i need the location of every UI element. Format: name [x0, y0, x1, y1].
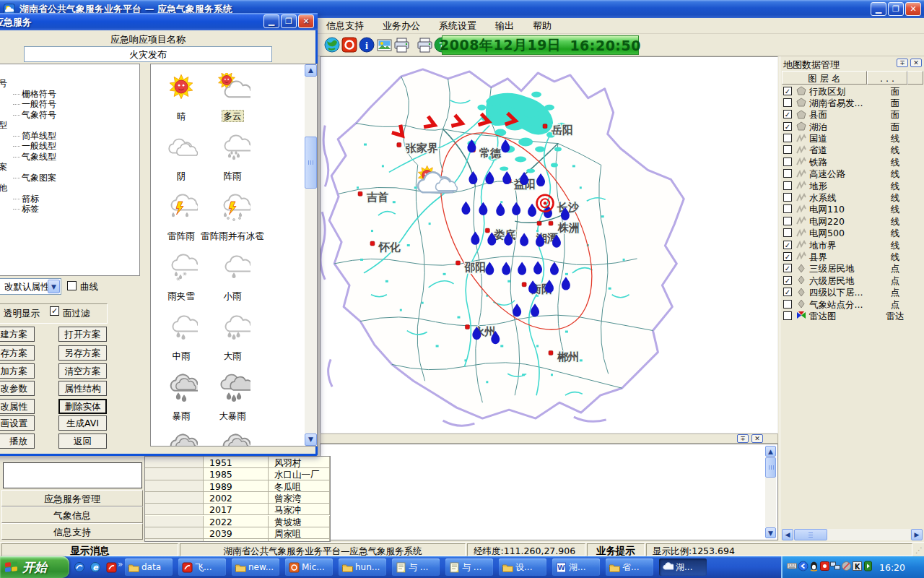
layer-row-行政区划[interactable]: ✓行政区划面 [782, 85, 923, 97]
button-改参数[interactable]: 改参数 [0, 381, 35, 396]
button-清空方案[interactable]: 清空方案 [58, 363, 107, 379]
tree-item-标签[interactable]: 标签 [13, 203, 39, 215]
task-button-10[interactable]: 湖... [659, 558, 707, 576]
start-button[interactable]: 开始 [0, 556, 69, 578]
layer-row-省道[interactable]: 省道线 [782, 144, 923, 156]
scrollbar-thumb[interactable] [794, 529, 827, 540]
weather-icon-雷阵雨并有冰雹[interactable] [217, 193, 250, 225]
globe-icon[interactable] [324, 37, 341, 53]
task-button-1[interactable]: 飞... [178, 558, 226, 576]
weather-icon-小雨[interactable] [217, 253, 250, 285]
weather-label-小雨[interactable]: 小雨 [194, 290, 271, 303]
layer-checkbox[interactable] [783, 98, 792, 107]
language-icon[interactable] [798, 561, 808, 571]
layer-row-县界[interactable]: ✓县界线 [782, 251, 923, 262]
layer-checkbox[interactable] [783, 217, 792, 225]
menu-item-1[interactable]: 业务办公 [383, 20, 420, 33]
project-name-input[interactable]: 火灾发布 [24, 46, 272, 62]
layer-row-县面[interactable]: ✓县面面 [782, 109, 923, 121]
task-button-5[interactable]: 与 ... [392, 558, 440, 576]
button-生成AVI[interactable]: 生成AVI [58, 415, 107, 431]
chevron-down-icon[interactable]: ▼ [48, 280, 60, 293]
default-attr-combo[interactable]: 改默认属性 ▼ [0, 278, 61, 295]
button-改属性[interactable]: 改属性 [0, 399, 35, 414]
nav-weather-info[interactable]: 气象信息 [1, 506, 143, 523]
weather-icon-中雨[interactable] [165, 313, 198, 345]
curve-checkbox[interactable] [67, 281, 77, 290]
task-button-8[interactable]: W湖... [552, 558, 600, 576]
close-button[interactable]: ✕ [905, 2, 921, 16]
table-row[interactable]: 1951风羽村 [145, 457, 330, 468]
weather-label-大暴雨[interactable]: 大暴雨 [194, 410, 271, 423]
layer-checkbox[interactable] [783, 300, 792, 309]
plan-listbox[interactable] [3, 462, 142, 488]
layer-checkbox[interactable]: ✓ [783, 264, 792, 272]
table-row[interactable]: 2002曾家湾 [145, 492, 330, 504]
task-button-7[interactable]: 设... [499, 558, 546, 576]
scrollbar-track[interactable] [305, 77, 317, 434]
traffic-icon[interactable] [863, 561, 873, 571]
weather-label-阵雨[interactable]: 阵雨 [194, 171, 271, 183]
weather-icon-多云[interactable] [217, 73, 250, 105]
close-panel-icon[interactable]: ✕ [751, 434, 763, 443]
weather-icon-partial[interactable] [217, 433, 250, 447]
pin-icon[interactable]: ∓ [897, 59, 908, 67]
button-加方案[interactable]: 加方案 [0, 363, 35, 379]
restore-button[interactable]: ❐ [888, 2, 904, 16]
button-画设置[interactable]: 画设置 [0, 415, 35, 431]
layer-checkbox[interactable] [783, 145, 792, 154]
layer-checkbox[interactable] [783, 181, 792, 190]
layer-row-电网110[interactable]: 电网110线 [782, 204, 923, 215]
layer-row-国道[interactable]: 国道线 [782, 133, 923, 144]
layer-checkbox[interactable]: ✓ [783, 122, 792, 131]
print-preview-icon[interactable] [417, 37, 433, 53]
close-panel-icon[interactable]: ✕ [910, 59, 922, 67]
menu-item-3[interactable]: 输出 [495, 20, 514, 33]
button-播放[interactable]: 播放 [0, 434, 35, 449]
layer-row-四级以下居...[interactable]: ✓四级以下居...点 [782, 287, 923, 298]
task-button-6[interactable]: 与 ... [445, 558, 493, 576]
layer-checkbox[interactable]: ✓ [783, 87, 792, 95]
kaspersky-icon[interactable]: K [852, 561, 863, 571]
layer-row-地形[interactable]: 地形线 [782, 180, 923, 191]
weather-label-多云[interactable]: 多云 [194, 111, 271, 123]
layer-row-湖泊[interactable]: ✓湖泊面 [782, 121, 923, 132]
table-row[interactable]: 2022黄坡塘 [145, 516, 330, 527]
tree-item-符号[interactable]: 符号 [0, 77, 7, 90]
layer-extra-header[interactable] [907, 71, 923, 85]
layer-checkbox[interactable] [783, 311, 792, 320]
weather-label-大雨[interactable]: 大雨 [194, 350, 271, 363]
tree-item-图案[interactable]: 图案 [0, 161, 7, 173]
scrollbar-thumb[interactable] [765, 457, 776, 478]
network-icon[interactable] [830, 561, 841, 571]
layer-checkbox[interactable]: ✓ [783, 241, 792, 249]
weather-icon-大暴雨[interactable] [217, 373, 250, 405]
layer-checkbox[interactable] [783, 204, 792, 213]
layer-row-雷达图[interactable]: 雷达图雷达 [782, 310, 923, 322]
tree-item-其他[interactable]: 其他 [0, 182, 7, 194]
chevron-more-icon[interactable]: » [118, 559, 123, 569]
weather-icon-雷阵雨[interactable] [165, 193, 198, 225]
weather-icon-雨夹雪[interactable] [165, 253, 198, 285]
media-app-icon[interactable] [74, 561, 86, 574]
layer-checkbox[interactable]: ✓ [783, 288, 792, 296]
layer-row-三级居民地[interactable]: ✓三级居民地点 [782, 263, 923, 275]
table-row[interactable]: 2039周家咀 [145, 527, 330, 539]
face-filter-checkbox[interactable]: ✓ [50, 306, 59, 316]
table-row[interactable]: 1989冬瓜咀 [145, 480, 330, 492]
layer-row-六级居民地[interactable]: ✓六级居民地点 [782, 275, 923, 286]
layer-checkbox[interactable]: ✓ [783, 252, 792, 261]
tree-item-气象图案[interactable]: 气象图案 [13, 172, 56, 184]
task-button-9[interactable]: 省... [606, 558, 653, 576]
qq-icon[interactable] [808, 561, 819, 571]
button-返回[interactable]: 返回 [58, 434, 107, 449]
scroll-up-icon[interactable]: ▲ [765, 446, 776, 457]
app-red-icon[interactable] [819, 561, 830, 571]
button-打开方案[interactable]: 打开方案 [58, 327, 107, 342]
mute-icon[interactable] [841, 561, 852, 571]
layer-row-高速公路[interactable]: 高速公路线 [782, 168, 923, 180]
tree-item-气象线型[interactable]: 气象线型 [13, 151, 56, 163]
scroll-down-icon[interactable]: ▼ [765, 527, 776, 538]
weather-icon-大雨[interactable] [217, 313, 250, 345]
ie-icon[interactable]: e [90, 561, 102, 574]
